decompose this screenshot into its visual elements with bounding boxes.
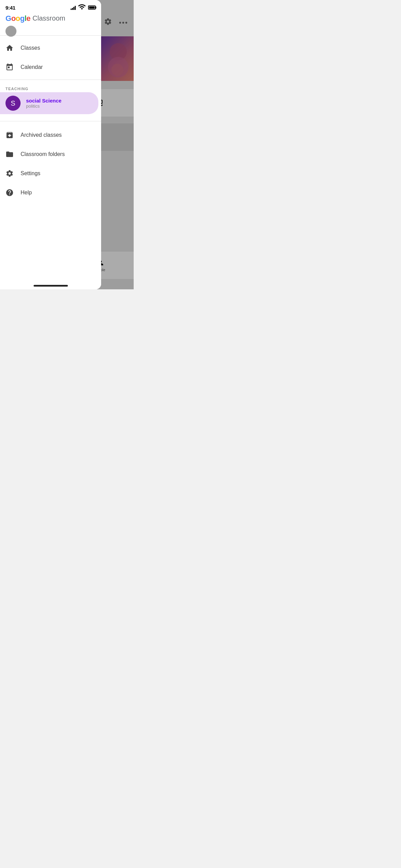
sidebar-item-calendar[interactable]: Calendar bbox=[0, 58, 98, 77]
divider-bottom bbox=[0, 121, 101, 121]
sidebar-item-settings[interactable]: Settings bbox=[0, 164, 98, 183]
help-label: Help bbox=[21, 190, 32, 196]
sidebar-item-classroom-folders[interactable]: Classroom folders bbox=[0, 145, 98, 164]
battery-icon bbox=[88, 5, 96, 10]
wifi-icon bbox=[78, 3, 86, 12]
nav-section: Classes Calendar TEACHING S social Scien… bbox=[0, 36, 101, 279]
status-bar: 9:41 bbox=[0, 0, 101, 15]
class-name: social Science bbox=[26, 98, 61, 104]
classes-label: Classes bbox=[21, 45, 40, 51]
sidebar-item-archived-classes[interactable]: Archived classes bbox=[0, 125, 98, 145]
sidebar-item-social-science[interactable]: S social Science politics bbox=[0, 92, 98, 114]
archived-classes-label: Archived classes bbox=[21, 132, 62, 138]
calendar-icon bbox=[5, 63, 14, 71]
help-icon bbox=[5, 189, 14, 197]
google-logo: Google bbox=[5, 14, 31, 23]
folder-icon bbox=[5, 150, 14, 158]
home-bar bbox=[34, 285, 68, 287]
classroom-text: Classroom bbox=[33, 14, 65, 22]
home-indicator bbox=[0, 279, 101, 289]
class-avatar: S bbox=[5, 96, 21, 111]
archive-icon bbox=[5, 131, 14, 139]
navigation-drawer: 9:41 bbox=[0, 0, 101, 289]
status-time: 9:41 bbox=[5, 5, 15, 11]
teaching-section-label: TEACHING bbox=[0, 83, 101, 92]
classroom-folders-label: Classroom folders bbox=[21, 151, 65, 157]
sidebar-item-classes[interactable]: Classes bbox=[0, 38, 98, 58]
drawer-header: Google Classroom bbox=[0, 15, 101, 36]
class-info: social Science politics bbox=[26, 98, 61, 109]
class-subtitle: politics bbox=[26, 104, 61, 109]
settings-icon bbox=[5, 169, 14, 178]
settings-label: Settings bbox=[21, 170, 40, 177]
divider-teaching bbox=[0, 80, 101, 80]
home-icon bbox=[5, 44, 14, 52]
signal-icon bbox=[71, 5, 76, 10]
profile-avatar[interactable] bbox=[5, 26, 16, 37]
calendar-label: Calendar bbox=[21, 64, 43, 70]
sidebar-item-help[interactable]: Help bbox=[0, 183, 98, 202]
